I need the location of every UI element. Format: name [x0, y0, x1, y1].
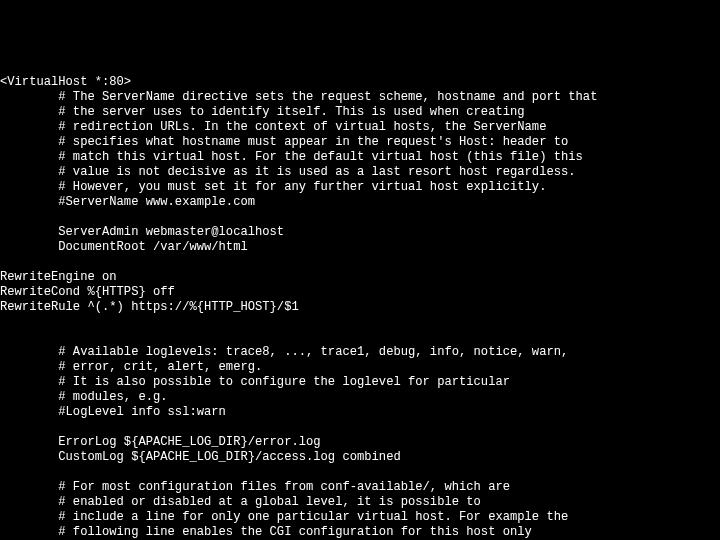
terminal[interactable]: <VirtualHost *:80> # The ServerName dire…	[0, 75, 720, 540]
config-file-content: <VirtualHost *:80> # The ServerName dire…	[0, 75, 597, 540]
